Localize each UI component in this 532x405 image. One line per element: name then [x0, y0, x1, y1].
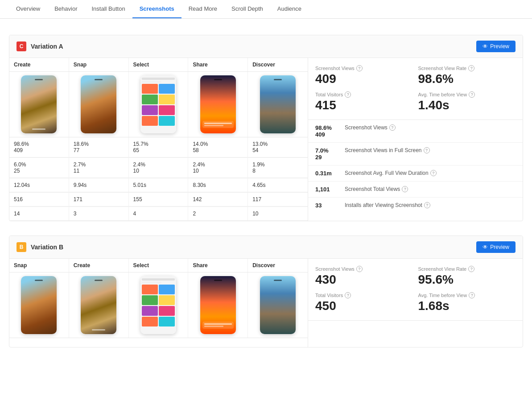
metric-secondary-0: Total Visitors ? 415 [315, 91, 413, 112]
phone-mockup [260, 75, 296, 133]
screenshot-image-cell [129, 72, 189, 137]
screenshot-image-cell [188, 273, 248, 338]
screenshot-image-cell [9, 273, 69, 338]
eye-icon: 👁 [483, 43, 488, 50]
metric-secondary-1: Avg. Time before View ? 1.40s [418, 91, 516, 112]
metrics-list-row: 33 Installs after Viewing Screenshot ? [308, 198, 523, 213]
variation-name: Variation B [31, 244, 476, 251]
metric-value: 430 [315, 273, 413, 287]
metric-label: Screenshot View Rate ? [418, 65, 516, 71]
navigation: OverviewBehaviorInstall ButtonScreenshot… [0, 0, 532, 19]
help-icon[interactable]: ? [345, 91, 351, 98]
help-icon[interactable]: ? [469, 292, 475, 298]
metric-secondary-1: Avg. Time before View ? 1.68s [418, 292, 516, 313]
metric-label: Screenshot Views ? [315, 266, 413, 272]
eye-icon: 👁 [483, 244, 488, 250]
phone-mockup [140, 75, 176, 133]
help-icon[interactable]: ? [345, 292, 351, 298]
help-icon[interactable]: ? [468, 65, 474, 71]
data-cell: 18.6%77 [69, 137, 129, 157]
column-header: Snap [69, 58, 129, 71]
metric-label: Total Visitors ? [315, 91, 413, 98]
screenshot-image-cell [248, 72, 308, 137]
help-icon[interactable]: ? [356, 65, 363, 71]
nav-tab-install-button[interactable]: Install Button [85, 0, 132, 18]
phone-mockup [21, 276, 57, 334]
screenshot-image-cell [129, 273, 189, 338]
variation-badge: B [16, 242, 26, 252]
phone-mockup [81, 276, 116, 334]
data-cell: 2.4%10 [129, 158, 189, 178]
data-cell: 10 [248, 207, 308, 221]
data-cell: 1.9%8 [248, 158, 308, 178]
nav-tab-screenshots[interactable]: Screenshots [132, 0, 181, 18]
metric-value: 415 [315, 99, 413, 112]
data-cell: 3 [69, 207, 129, 221]
help-icon[interactable]: ? [402, 186, 408, 192]
help-icon[interactable]: ? [468, 266, 474, 272]
nav-tab-scroll-depth[interactable]: Scroll Depth [224, 0, 270, 18]
data-cell: 13.0%54 [248, 137, 308, 157]
preview-button[interactable]: 👁 Preview [476, 241, 516, 253]
metrics-list-value: 0.31m [315, 170, 338, 177]
metric-label: Screenshot Views ? [315, 65, 413, 71]
variation-a: C Variation A 👁 Preview CreateSnapSelect… [9, 35, 523, 221]
metrics-list-value: 7.0%29 [315, 147, 338, 161]
help-icon[interactable]: ? [356, 266, 363, 272]
help-icon[interactable]: ? [430, 170, 437, 176]
help-icon[interactable]: ? [424, 147, 430, 153]
phone-mockup [200, 276, 236, 334]
metric-top-0: Screenshot Views ? 409 [315, 65, 413, 86]
screenshot-image-cell [69, 273, 129, 338]
column-header: Select [129, 58, 189, 71]
column-header: Share [188, 259, 248, 272]
column-header: Discover [248, 58, 308, 71]
nav-tab-overview[interactable]: Overview [9, 0, 47, 18]
data-cell: 155 [129, 193, 189, 207]
data-cell: 2.7%11 [69, 158, 129, 178]
column-header: Create [9, 58, 69, 71]
nav-tab-read-more[interactable]: Read More [181, 0, 224, 18]
metrics-list-label: Screenshot Views in Full Screen ? [345, 147, 430, 153]
metrics-list-row: 1,101 Screenshot Total Views ? [308, 182, 523, 198]
screenshot-image-cell [188, 72, 248, 137]
data-cell: 4.65s [248, 178, 308, 192]
metric-value: 98.6% [418, 72, 516, 86]
data-cell: 12.04s [9, 178, 69, 192]
metric-value: 450 [315, 299, 413, 313]
data-cell: 98.6%409 [9, 137, 69, 157]
column-header: Share [188, 58, 248, 71]
column-header: Create [69, 259, 129, 272]
data-cell: 15.7%65 [129, 137, 189, 157]
variation-badge: C [16, 41, 26, 51]
phone-mockup [81, 75, 116, 133]
metrics-list-label: Installs after Viewing Screenshot ? [345, 202, 430, 208]
variation-name: Variation A [31, 43, 476, 50]
metrics-list-label: Screenshot Avg. Full View Duration ? [345, 170, 437, 176]
help-icon[interactable]: ? [389, 124, 396, 131]
metric-value: 409 [315, 72, 413, 86]
metrics-list-label: Screenshot Views ? [345, 124, 396, 131]
nav-tab-behavior[interactable]: Behavior [47, 0, 84, 18]
metric-label: Avg. Time before View ? [418, 292, 516, 298]
column-header: Snap [9, 259, 69, 272]
metrics-list-value: 98.6%409 [315, 124, 338, 138]
screenshot-image-cell [9, 72, 69, 137]
data-cell: 516 [9, 193, 69, 207]
screenshot-image-cell [248, 273, 308, 338]
metric-top-1: Screenshot View Rate ? 95.6% [418, 266, 516, 287]
metric-label: Screenshot View Rate ? [418, 266, 516, 272]
column-header: Discover [248, 259, 308, 272]
help-icon[interactable]: ? [469, 91, 475, 98]
help-icon[interactable]: ? [424, 202, 430, 208]
data-cell: 117 [248, 193, 308, 207]
data-cell: 9.94s [69, 178, 129, 192]
data-cell: 171 [69, 193, 129, 207]
phone-mockup [260, 276, 296, 334]
data-cell: 14.0%58 [188, 137, 248, 157]
preview-button[interactable]: 👁 Preview [476, 41, 516, 52]
nav-tab-audience[interactable]: Audience [270, 0, 309, 18]
metrics-list-value: 33 [315, 202, 338, 209]
data-cell: 6.0%25 [9, 158, 69, 178]
screenshot-image-cell [69, 72, 129, 137]
